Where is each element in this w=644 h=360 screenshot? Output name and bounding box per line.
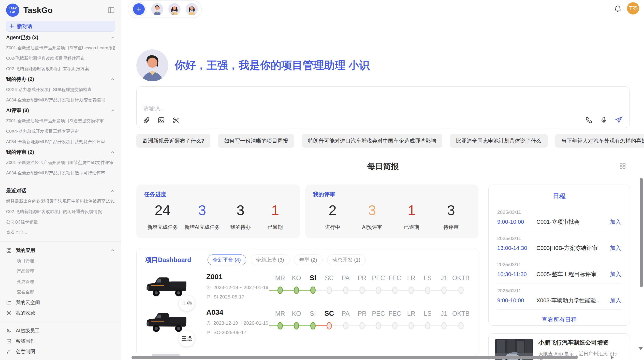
task-item[interactable]: C0X4-动力总成开发项目工程变更评审	[6, 126, 115, 137]
section-header-my-todo[interactable]: 我的待办 (2)	[6, 74, 115, 84]
suggestion-chip[interactable]: 特朗普可能对进口汽车增税会对中国车企造成哪些影响	[302, 134, 442, 148]
image-icon[interactable]	[157, 116, 165, 124]
composer-placeholder: 请输入...	[143, 104, 166, 112]
task-item[interactable]: C02-飞腾新能源轻客改款项目里程碑画布	[6, 53, 115, 64]
daily-brief-title: 每日简报	[136, 161, 630, 172]
sidebar-item-help-write[interactable]: 帮我写作	[6, 336, 115, 346]
metric-new-ai-done: 3 新增AI完成任务	[184, 202, 220, 231]
project-image: 王强	[145, 308, 188, 336]
scroll-right-arrow[interactable]	[611, 356, 614, 359]
dashboard-tabs: 全新平台 (4) 全新上装 (3) 年型 (2) 动总开发 (1)	[208, 254, 366, 265]
owner-badge: 王强	[179, 331, 195, 347]
suggestion-chip[interactable]: 当下年轻人对汽车外观有怎样的喜好趋势	[555, 134, 644, 148]
vertical-scrollbar[interactable]	[640, 178, 643, 287]
session-avatar-3[interactable]	[186, 3, 198, 15]
join-link[interactable]: 加入	[610, 244, 621, 252]
chevron-up-icon	[110, 35, 115, 40]
project-image: 王强	[145, 273, 188, 301]
milestone-node-pending	[425, 287, 430, 294]
chevron-up-icon	[110, 248, 115, 253]
suggestion-chip[interactable]: 如何写一份清晰的项目周报	[218, 134, 294, 148]
project-dates: 2023-12-19 ~ 2027-01-19	[206, 285, 270, 290]
sidebar-item-creative-draw[interactable]: 创意制图	[6, 346, 115, 357]
recent-view-all[interactable]: 查看全部...	[6, 227, 115, 238]
attachment-icon[interactable]	[143, 116, 150, 124]
milestone-node-pending	[392, 322, 398, 329]
section-header-my-review[interactable]: 我的评审 (2)	[6, 147, 115, 157]
section-header-ai-review[interactable]: AI评审 (3)	[6, 105, 115, 116]
milestone-node-done	[310, 322, 316, 329]
session-avatar-1[interactable]	[151, 3, 163, 15]
chevron-up-icon	[110, 77, 115, 82]
milestone-node-pending	[376, 287, 381, 294]
layout-grid-icon[interactable]	[619, 162, 626, 169]
milestone-node-pending	[343, 322, 348, 329]
scroll-down-arrow[interactable]	[639, 347, 643, 350]
chat-composer[interactable]: 请输入...	[136, 86, 630, 128]
task-item[interactable]: A034-全新新能源MUV产品开发项目造型可行性评审	[6, 168, 115, 178]
schedule-event: 2025/03/11 10:30-11:30 C005-整车工程目标评审 加入	[497, 257, 621, 283]
new-chat-button[interactable]: 新对话	[6, 21, 115, 32]
metric-overdue: 1 已逾期	[261, 202, 289, 231]
user-avatar[interactable]: 王强	[627, 2, 639, 14]
milestone-node-pending	[343, 287, 348, 294]
task-item[interactable]: A034-全新新能源MUV产品开发项目法规符合性评审	[6, 137, 115, 147]
scissors-icon[interactable]	[172, 116, 180, 124]
app-item-project-mgmt[interactable]: 项目管理	[6, 256, 115, 266]
task-item[interactable]: Z001-全新燃油轻卡产品开发项目SI造型提交物评审	[6, 116, 115, 126]
milestone-node-done	[277, 322, 283, 329]
join-link[interactable]: 加入	[610, 218, 621, 226]
dashboard-title: 项目Dashboard	[145, 256, 191, 264]
section-header-recent-chats[interactable]: 最近对话	[6, 186, 115, 196]
join-link[interactable]: 加入	[610, 271, 621, 278]
project-row-z001[interactable]: 王强 Z001 2023-12-19 ~ 2027-01-19 SI-2025-…	[137, 267, 478, 303]
milestone-stepper: MR KO SI SC PA PR PEC FEC LR LS J1 OKTB	[272, 273, 470, 294]
app-item-change-mgmt[interactable]: 变更管理	[6, 276, 115, 287]
task-item[interactable]: A034-全新新能源MUV产品开发项目计划变更表编写	[6, 95, 115, 105]
tab-new-body[interactable]: 全新上装 (3)	[251, 254, 289, 265]
app-title: TaskGo	[23, 6, 107, 15]
tab-new-platform[interactable]: 全新平台 (4)	[208, 254, 246, 265]
view-all-schedule-link[interactable]: 查看所有日程	[497, 316, 621, 324]
schedule-event: 2025/03/11 13:00-14:30 C003|H0B-方案冻结评审 加…	[497, 231, 621, 257]
metric-new-done: 24 新增完成任务	[147, 202, 178, 231]
project-flag-milestone: SC-2025-05-17	[206, 330, 270, 335]
session-avatar-2[interactable]	[168, 3, 181, 15]
sidebar-item-cloud-space[interactable]: 我的云空间	[6, 297, 115, 308]
task-item[interactable]: Z001-全新燃油轻卡产品开发项目SI节点属性5D文件评审	[6, 157, 115, 168]
app-item-product-mgmt[interactable]: 产品管理	[6, 266, 115, 276]
join-link[interactable]: 加入	[610, 297, 621, 304]
tab-model-year[interactable]: 年型 (2)	[294, 254, 323, 265]
flag-icon	[206, 295, 211, 299]
write-doc-icon	[6, 338, 12, 344]
sidebar-item-my-apps[interactable]: 我的应用	[6, 245, 115, 256]
recent-chat-item[interactable]: 解释最新出台的欧盟报废车法规再生塑料比例被调至15%...	[6, 196, 115, 206]
notification-bell-icon[interactable]	[614, 5, 622, 13]
suggestion-chip[interactable]: 欧洲新规最近颁布了什么?	[136, 134, 210, 148]
plus-icon	[9, 24, 14, 28]
quill-icon	[6, 349, 12, 354]
milestone-node-pending	[408, 322, 414, 329]
suggestion-chip[interactable]: 比亚迪全固态电池计划具体说了什么	[450, 134, 548, 148]
phone-icon[interactable]	[585, 116, 593, 124]
recent-chat-item[interactable]: C02-飞腾新能源轻客改款项目的闭环通告反馈情况	[6, 206, 115, 217]
folder-icon	[6, 300, 12, 305]
task-item[interactable]: C02-飞腾新能源轻客改款项目立项汇报方案	[6, 64, 115, 74]
tab-powertrain[interactable]: 动总开发 (1)	[327, 254, 366, 265]
stats-cards: 任务进度 24 新增完成任务 3 新增AI完成任务 3 我的待办 1 已逾期	[136, 185, 478, 238]
task-item[interactable]: Z001-全新燃油皮卡产品开发项目SI节点Lesson Learn报告	[6, 43, 115, 53]
new-session-button[interactable]	[132, 2, 146, 16]
project-dates: 2023-12-19 ~ 2026-01-19	[206, 320, 270, 326]
sidebar-header: Task Go TaskGo	[6, 3, 115, 17]
sidebar-item-ai-employee[interactable]: AI超级员工	[6, 325, 115, 336]
microphone-icon[interactable]	[600, 116, 608, 124]
collapse-sidebar-icon[interactable]	[107, 6, 115, 14]
schedule-card: 日程 2025/03/11 9:00-10:00 C001-立项审批会 加入 2…	[488, 185, 630, 326]
task-item[interactable]: C0X4-动力总成开发项目SI里程碑提交物检查	[6, 84, 115, 95]
horizontal-scrollbar[interactable]	[131, 356, 578, 359]
recent-chat-item[interactable]: 公司Q3轻卡销量	[6, 217, 115, 227]
sidebar-item-favorites[interactable]: 我的收藏	[6, 308, 115, 318]
apps-view-all[interactable]: 查看全部...	[6, 287, 115, 297]
section-header-agent-done[interactable]: Agent已办 (3)	[6, 32, 115, 43]
send-icon[interactable]	[615, 116, 623, 124]
